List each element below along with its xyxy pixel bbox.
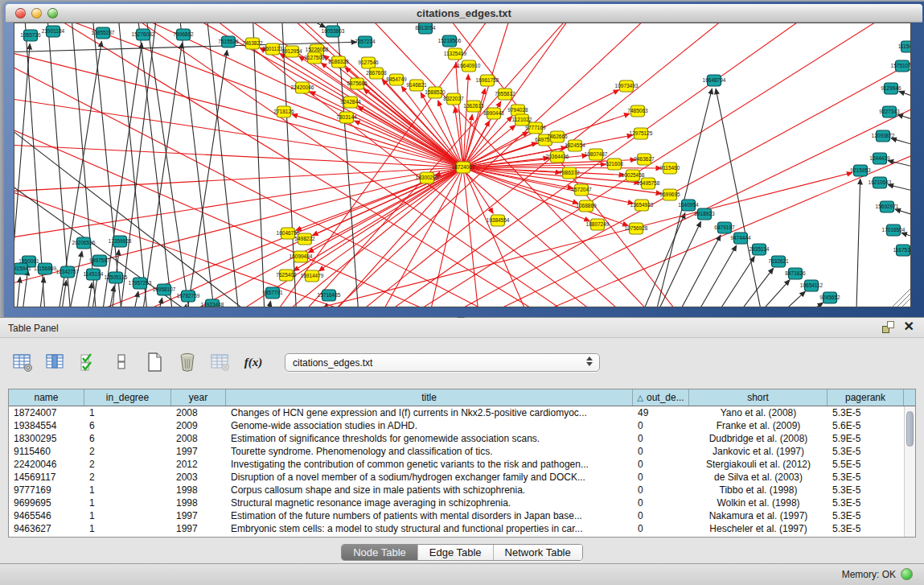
cell-out_degree[interactable]: 49 <box>633 406 689 419</box>
graph-edge-black[interactable] <box>856 179 860 307</box>
graph-node[interactable]: 9777169 <box>525 122 546 134</box>
cell-title[interactable]: Disruption of a novel member of a sodium… <box>226 471 633 484</box>
cell-out_degree[interactable]: 0 <box>633 484 689 496</box>
graph-node[interactable]: 9129946 <box>881 83 901 94</box>
graph-edge-red[interactable] <box>159 23 899 307</box>
graph-node[interactable]: 9115460 <box>660 163 680 174</box>
cell-pagerank[interactable]: 5.5E-5 <box>827 458 904 471</box>
table-row[interactable]: 2242004622012Investigating the contribut… <box>9 458 915 471</box>
graph-node[interactable]: 16782759 <box>177 290 200 302</box>
row-height-icon[interactable] <box>110 351 133 373</box>
cell-title[interactable]: Embryonic stem cells: a model to study s… <box>226 522 633 535</box>
graph-edge-black[interactable] <box>756 291 805 307</box>
graph-edge-black[interactable] <box>901 233 911 245</box>
cell-in_degree[interactable]: 2 <box>84 445 171 458</box>
graph-node[interactable]: 7803144 <box>336 112 357 123</box>
graph-node[interactable]: 23901184 <box>42 26 65 37</box>
graph-node[interactable]: 13654923 <box>630 200 654 211</box>
graph-edge-black[interactable] <box>897 114 911 128</box>
graph-node[interactable]: 1068869 <box>576 200 597 212</box>
column-select-icon[interactable] <box>77 351 100 373</box>
cell-year[interactable]: 1998 <box>171 484 226 496</box>
cell-in_degree[interactable]: 1 <box>84 496 171 509</box>
cell-out_degree[interactable]: 0 <box>633 496 689 509</box>
cell-pagerank[interactable]: 5.3E-5 <box>827 445 904 458</box>
graph-edge-red[interactable] <box>463 23 577 167</box>
graph-edge-red[interactable] <box>319 167 463 271</box>
graph-node[interactable]: 1640954 <box>678 200 699 211</box>
graph-edge-red[interactable] <box>159 144 911 307</box>
graph-node[interactable]: 2935114 <box>749 244 770 255</box>
graph-node[interactable]: 1055726 <box>20 30 41 41</box>
cell-short[interactable]: Nakamura et al. (1997) <box>689 509 827 522</box>
graph-node[interactable]: 5498222 <box>294 233 315 245</box>
cell-title[interactable]: Estimation of significance thresholds fo… <box>226 432 633 445</box>
graph-node[interactable]: 7462666 <box>547 131 568 142</box>
graph-edge-black[interactable] <box>899 91 911 105</box>
column-header-out_degree[interactable]: △out_de... <box>633 389 689 406</box>
cell-pagerank[interactable]: 5.9E-5 <box>827 432 904 445</box>
graph-node[interactable]: 1244419 <box>869 153 890 164</box>
graph-edge-red[interactable] <box>358 106 463 167</box>
cell-name[interactable]: 9115460 <box>9 445 84 458</box>
graph-node[interactable]: 3915941 <box>14 263 31 274</box>
table-row[interactable]: 977716911998Corpus callosum shape and si… <box>9 484 915 496</box>
cell-out_degree[interactable]: 0 <box>633 458 689 471</box>
graph-node[interactable]: 16958107 <box>153 284 176 295</box>
cell-short[interactable]: Tibbo et al. (1998) <box>689 484 827 496</box>
graph-node[interactable]: 2867608 <box>366 68 387 79</box>
table-row[interactable]: 911546021997Tourette syndrome. Phenomeno… <box>9 445 915 458</box>
new-column-icon[interactable] <box>143 351 166 373</box>
graph-edge-black[interactable] <box>179 23 217 307</box>
cell-out_degree[interactable]: 0 <box>633 419 689 432</box>
column-header-name[interactable]: name <box>9 389 84 406</box>
resize-grip-icon[interactable] <box>893 289 910 307</box>
graph-edge-black[interactable] <box>206 23 241 307</box>
graph-node[interactable]: 12342757 <box>56 266 80 278</box>
cell-year[interactable]: 2009 <box>171 419 226 432</box>
cell-name[interactable]: 18724007 <box>9 406 84 419</box>
graph-edge-black[interactable] <box>891 138 911 152</box>
cell-year[interactable]: 1998 <box>171 496 226 509</box>
cell-in_degree[interactable]: 2 <box>84 471 171 484</box>
cell-pagerank[interactable]: 5.3E-5 <box>827 406 904 419</box>
graph-node[interactable]: 16914479 <box>301 270 324 282</box>
cell-year[interactable]: 2008 <box>171 406 226 419</box>
graph-node[interactable]: 18807249 <box>586 219 610 230</box>
cell-out_degree[interactable]: 0 <box>633 471 689 484</box>
graph-node[interactable]: 8601123 <box>263 43 283 55</box>
graph-edge-red[interactable] <box>14 47 463 167</box>
graph-node[interactable]: 15716485 <box>318 290 341 301</box>
cell-name[interactable]: 19384554 <box>9 419 84 432</box>
column-header-in_degree[interactable]: in_degree <box>84 389 171 406</box>
graph-node[interactable]: 8322037 <box>443 93 464 105</box>
cell-in_degree[interactable]: 1 <box>84 509 171 522</box>
cell-short[interactable]: Jankovic et al. (1997) <box>689 445 827 458</box>
cell-out_degree[interactable]: 0 <box>633 509 689 522</box>
cell-name[interactable]: 18300295 <box>9 432 84 445</box>
graph-node[interactable]: 9127546 <box>358 57 379 68</box>
cell-in_degree[interactable]: 1 <box>84 406 171 419</box>
graph-node[interactable]: 7625402 <box>276 270 297 281</box>
table-scrollbar[interactable] <box>904 406 915 537</box>
graph-node[interactable]: 17957253 <box>129 278 152 289</box>
graph-node[interactable]: 9146821 <box>406 80 427 91</box>
graph-edge-black[interactable] <box>702 257 754 307</box>
cell-pagerank[interactable]: 5.6E-5 <box>827 419 904 432</box>
cell-out_degree[interactable]: 0 <box>633 522 689 535</box>
graph-edge-red[interactable] <box>463 167 625 175</box>
graph-edge-black[interactable] <box>888 160 911 173</box>
graph-edge-red[interactable] <box>313 167 463 236</box>
graph-node[interactable]: 1588520 <box>425 87 446 98</box>
network-canvas[interactable]: 1872400774638228601123891295415226058912… <box>14 23 911 307</box>
cell-out_degree[interactable]: 0 <box>633 445 689 458</box>
resize-grip-icon[interactable] <box>902 299 910 307</box>
cell-title[interactable]: Corpus callosum shape and size in male p… <box>226 484 633 496</box>
cell-year[interactable]: 2012 <box>171 458 226 471</box>
cell-title[interactable]: Investigating the contribution of common… <box>226 458 633 471</box>
graph-edge-black[interactable] <box>721 268 774 307</box>
cell-pagerank[interactable]: 5.3E-5 <box>827 509 904 522</box>
table-row[interactable]: 946554611997Estimation of the future num… <box>9 509 915 522</box>
graph-node[interactable]: 15751074 <box>891 60 911 72</box>
graph-node[interactable]: 12975125 <box>630 128 653 139</box>
